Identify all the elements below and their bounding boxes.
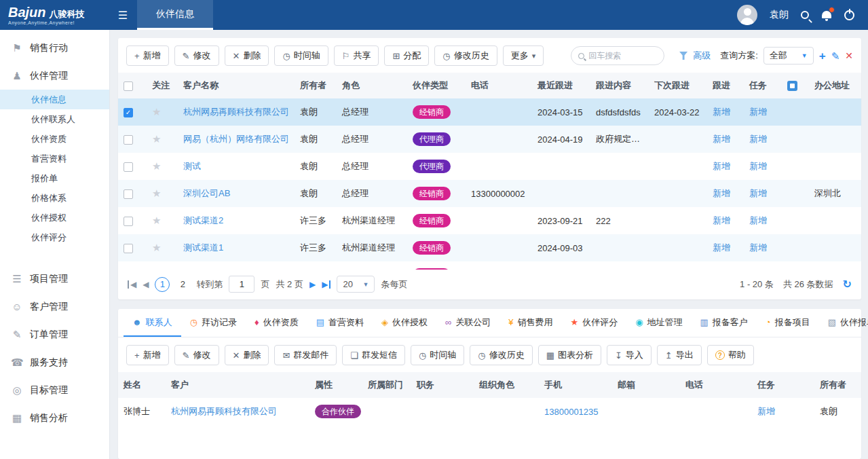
edit-scheme-icon[interactable]: ✎ xyxy=(831,51,840,61)
follow-add-link[interactable]: 新增 xyxy=(713,188,730,198)
tab-伙伴资质[interactable]: ♦伙伴资质 xyxy=(246,309,307,337)
row-checkbox[interactable] xyxy=(124,162,133,172)
chart-analysis-button[interactable]: ▦图表分析 xyxy=(538,345,601,365)
add-scheme-icon[interactable]: + xyxy=(819,50,826,62)
task-add-link[interactable]: 新增 xyxy=(749,242,767,253)
star-icon[interactable]: ★ xyxy=(152,133,161,145)
goto-page-input[interactable] xyxy=(229,276,254,293)
star-icon[interactable]: ★ xyxy=(152,242,161,253)
topbar-search-icon[interactable] xyxy=(801,11,809,19)
prev-page-button[interactable]: ◀ xyxy=(143,280,149,289)
page-2-button[interactable]: 2 xyxy=(175,277,190,292)
sidebar-item-伙伴联系人[interactable]: 伙伴联系人 xyxy=(0,109,109,129)
first-page-button[interactable]: ◀ xyxy=(128,280,136,289)
bulk-sms-button[interactable]: ❏群发短信 xyxy=(342,345,405,365)
sidebar-item-报价单[interactable]: 报价单 xyxy=(0,168,109,188)
row-checkbox[interactable] xyxy=(124,189,133,199)
sidebar-item-项目管理[interactable]: ☰项目管理 xyxy=(0,265,109,293)
sidebar-item-订单管理[interactable]: ✎订单管理 xyxy=(0,320,109,348)
tab-拜访记录[interactable]: ◷拜访记录 xyxy=(181,309,246,337)
help-button[interactable]: ?帮助 xyxy=(707,345,754,365)
follow-add-link[interactable]: 新增 xyxy=(713,134,730,144)
share-button[interactable]: ⚐共享 xyxy=(334,45,379,66)
query-scheme-select[interactable]: 全部 ▼ xyxy=(763,47,814,65)
task-add-link[interactable]: 新增 xyxy=(749,215,767,225)
more-button[interactable]: 更多▾ xyxy=(503,45,544,66)
bulk-email-button[interactable]: ✉群发邮件 xyxy=(274,345,337,365)
page-1-button[interactable]: 1 xyxy=(155,277,170,292)
detail-history-button[interactable]: ◷修改历史 xyxy=(470,345,532,365)
sidebar-item-伙伴授权[interactable]: 伙伴授权 xyxy=(0,208,109,227)
detail-add-button[interactable]: +新增 xyxy=(126,345,169,365)
avatar[interactable] xyxy=(737,5,757,25)
star-icon[interactable]: ★ xyxy=(152,106,161,117)
task-add-link[interactable]: 新增 xyxy=(749,161,767,171)
task-add-link[interactable]: 新增 xyxy=(749,107,767,117)
next-page-button[interactable]: ▶ xyxy=(309,280,316,289)
nav-tab-partner-info[interactable]: 伙伴信息 xyxy=(137,0,213,30)
tab-关联公司[interactable]: ∞关联公司 xyxy=(436,309,499,337)
row-checkbox[interactable] xyxy=(124,244,133,253)
assign-button[interactable]: ⊞分配 xyxy=(384,45,429,66)
edit-button[interactable]: ✎修改 xyxy=(174,45,219,66)
import-button[interactable]: ↧导入 xyxy=(607,345,652,365)
follow-add-link[interactable]: 新增 xyxy=(713,161,730,171)
sidebar-item-销售行动[interactable]: ⚑销售行动 xyxy=(0,34,109,62)
customer-name-link[interactable]: 测试 xyxy=(183,161,201,171)
follow-add-link[interactable]: 新增 xyxy=(713,242,730,253)
sidebar-item-伙伴资质[interactable]: 伙伴资质 xyxy=(0,129,109,149)
sidebar-item-伙伴评分[interactable]: 伙伴评分 xyxy=(0,227,109,247)
timeline-button[interactable]: ◷时间轴 xyxy=(274,45,328,66)
add-button[interactable]: +新增 xyxy=(126,45,169,66)
task-add-link[interactable]: 新增 xyxy=(749,188,767,198)
tab-销售费用[interactable]: ¥销售费用 xyxy=(499,309,561,337)
customer-name-link[interactable]: 网易（杭州）网络有限公司 xyxy=(183,134,289,144)
star-icon[interactable]: ★ xyxy=(152,187,161,199)
last-page-button[interactable]: ▶ xyxy=(322,280,331,289)
power-icon[interactable] xyxy=(844,10,854,20)
search-input[interactable] xyxy=(588,51,657,60)
export-button[interactable]: ↥导出 xyxy=(657,345,702,365)
tab-地址管理[interactable]: ◉地址管理 xyxy=(626,309,691,337)
tab-报备客户[interactable]: ▥报备客户 xyxy=(691,309,756,337)
page-size-select[interactable]: 20 ▼ xyxy=(337,276,375,293)
row-checkbox[interactable] xyxy=(124,217,133,226)
star-icon[interactable]: ★ xyxy=(152,160,161,172)
detail-delete-button[interactable]: ✕删除 xyxy=(225,345,269,365)
detail-edit-button[interactable]: ✎修改 xyxy=(174,345,219,365)
delete-scheme-icon[interactable]: ✕ xyxy=(845,51,853,60)
tab-伙伴报单[interactable]: ▧伙伴报单 xyxy=(819,309,868,337)
tab-伙伴授权[interactable]: ◈伙伴授权 xyxy=(373,309,436,337)
advanced-filter-button[interactable]: 高级 xyxy=(693,50,711,62)
task-add-link[interactable]: 新增 xyxy=(757,406,775,416)
star-icon[interactable]: ★ xyxy=(152,215,161,226)
star-icon[interactable]: ★ xyxy=(152,269,161,270)
sidebar-item-伙伴信息[interactable]: 伙伴信息 xyxy=(0,90,109,109)
sidebar-item-首营资料[interactable]: 首营资料 xyxy=(0,149,109,168)
detail-timeline-button[interactable]: ◷时间轴 xyxy=(411,345,464,365)
task-add-link[interactable]: 新增 xyxy=(749,134,767,144)
tab-伙伴评分[interactable]: ★伙伴评分 xyxy=(561,309,626,337)
tab-报备项目[interactable]: ◔报备项目 xyxy=(757,309,819,337)
row-checkbox[interactable] xyxy=(124,135,133,145)
row-checkbox[interactable]: ✓ xyxy=(124,108,133,117)
search-box[interactable] xyxy=(571,46,664,65)
notifications-bell-icon[interactable] xyxy=(821,10,832,20)
follow-add-link[interactable]: 新增 xyxy=(713,215,730,225)
tab-联系人[interactable]: ☻联系人 xyxy=(124,309,181,337)
refresh-icon[interactable]: ↻ xyxy=(843,278,852,291)
tab-首营资料[interactable]: ▤首营资料 xyxy=(307,309,373,337)
customer-name-link[interactable]: 测试渠道1 xyxy=(183,242,223,253)
sidebar-item-伙伴管理[interactable]: ♟伙伴管理 xyxy=(0,62,109,90)
sidebar-item-目标管理[interactable]: ◎目标管理 xyxy=(0,376,109,404)
customer-name-link[interactable]: 深圳公司AB xyxy=(183,188,230,198)
sidebar-item-服务支持[interactable]: ☎服务支持 xyxy=(0,348,109,376)
customer-name-link[interactable]: 测试渠道2 xyxy=(183,215,223,225)
history-button[interactable]: ◷修改历史 xyxy=(434,45,497,66)
customer-name-link[interactable]: 杭州网易再顾科技有限公司 xyxy=(183,107,289,117)
sidebar-item-销售分析[interactable]: ▦销售分析 xyxy=(0,404,109,432)
follow-add-link[interactable]: 新增 xyxy=(713,107,730,117)
user-name[interactable]: 袁朗 xyxy=(770,9,789,21)
sidebar-item-客户管理[interactable]: ☺客户管理 xyxy=(0,293,109,320)
mobile-link[interactable]: 13800001235 xyxy=(544,407,599,417)
